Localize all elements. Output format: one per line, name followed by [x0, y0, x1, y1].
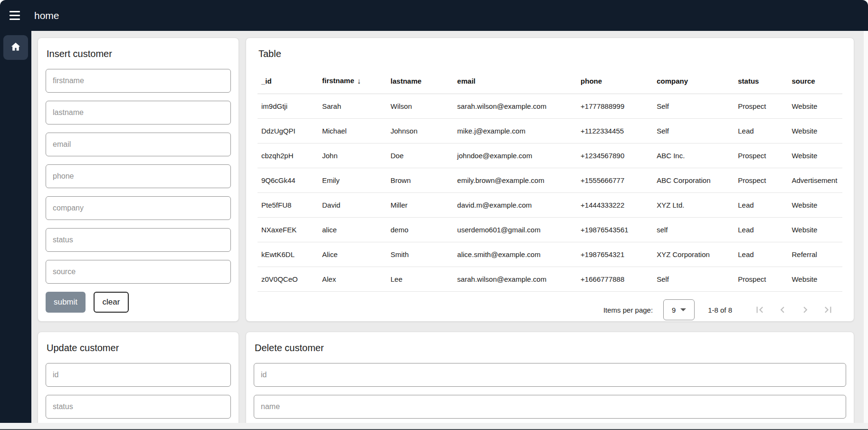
cell-firstname: David	[318, 193, 387, 218]
cell-source: Website	[788, 143, 842, 168]
cell-id: cbzqh2pH	[258, 143, 318, 168]
cell-source: Website	[788, 94, 842, 119]
cell-source: Website	[788, 119, 842, 143]
cell-lastname: Smith	[387, 242, 453, 267]
column-header-company[interactable]: company	[653, 69, 734, 94]
cell-phone: +1234567890	[577, 143, 653, 168]
menu-icon[interactable]	[10, 9, 23, 22]
cell-status: Prospect	[734, 267, 788, 292]
cell-company: ABC Corporation	[653, 168, 734, 193]
table-row[interactable]: 9Q6cGk44 Emily Brown emily.brown@example…	[258, 168, 842, 193]
cell-firstname: John	[318, 143, 387, 168]
topbar: home	[0, 0, 868, 31]
cell-lastname: Lee	[387, 267, 453, 292]
items-per-page-value: 9	[672, 306, 676, 314]
insert-submit-button[interactable]: submit	[46, 292, 86, 313]
column-header-firstname[interactable]: firstname↓	[318, 69, 387, 94]
table-card: Table _id firstname↓ lastname email phon…	[246, 38, 854, 322]
table-row[interactable]: im9dGtji Sarah Wilson sarah.wilson@examp…	[258, 94, 842, 119]
cell-status: Lead	[734, 218, 788, 242]
cell-company: self	[653, 218, 734, 242]
cell-id: NXaxeFEK	[258, 218, 318, 242]
delete-id-field[interactable]	[254, 363, 846, 387]
cell-company: XYZ Corporation	[653, 242, 734, 267]
column-header-phone[interactable]: phone	[577, 69, 653, 94]
email-field[interactable]	[46, 133, 231, 156]
cell-status: Lead	[734, 242, 788, 267]
sidebar-item-home[interactable]	[3, 35, 28, 60]
update-card-title: Update customer	[47, 343, 230, 354]
select-caret-icon	[680, 308, 686, 311]
cell-phone: +19876543561	[577, 218, 653, 242]
vertical-scrollbar[interactable]	[864, 31, 868, 423]
company-field[interactable]	[46, 196, 231, 220]
items-per-page-select[interactable]: 9	[663, 299, 695, 320]
delete-card-title: Delete customer	[255, 343, 845, 354]
table-row[interactable]: DdzUgQPI Michael Johnson mike.j@example.…	[258, 119, 842, 143]
insert-clear-button[interactable]: clear	[94, 292, 129, 313]
phone-field[interactable]	[46, 164, 231, 188]
cell-id: 9Q6cGk44	[258, 168, 318, 193]
delete-customer-card: Delete customer submit clear	[246, 332, 854, 423]
column-header-source[interactable]: source	[788, 69, 842, 94]
delete-name-field[interactable]	[254, 395, 846, 419]
cell-phone: +1444333222	[577, 193, 653, 218]
cell-lastname: demo	[387, 218, 453, 242]
cell-email: sarah.wilson@example.com	[453, 267, 577, 292]
cell-lastname: Johnson	[387, 119, 453, 143]
table-body: im9dGtji Sarah Wilson sarah.wilson@examp…	[258, 94, 842, 292]
first-page-icon[interactable]	[754, 304, 766, 316]
update-id-field[interactable]	[46, 363, 231, 387]
table-row[interactable]: z0V0QCeO Alex Lee sarah.wilson@example.c…	[258, 267, 842, 292]
table-header-row: _id firstname↓ lastname email phone comp…	[258, 69, 842, 94]
cell-status: Prospect	[734, 143, 788, 168]
sort-arrow-down-icon: ↓	[357, 77, 361, 86]
insert-customer-card: Insert customer submit clear	[38, 38, 239, 322]
paginator: Items per page: 9 1-8 of 8	[258, 292, 842, 320]
main-content: Insert customer submit clear Table	[31, 31, 864, 423]
cell-firstname: alice	[318, 218, 387, 242]
column-header-id[interactable]: _id	[258, 69, 318, 94]
column-header-lastname[interactable]: lastname	[387, 69, 453, 94]
insert-card-title: Insert customer	[47, 48, 230, 59]
cell-firstname: Alice	[318, 242, 387, 267]
customers-table: _id firstname↓ lastname email phone comp…	[258, 69, 842, 292]
next-page-icon[interactable]	[799, 304, 811, 316]
app-window: home Insert customer submit clear	[0, 0, 868, 430]
table-row[interactable]: NXaxeFEK alice demo userdemo601@gmail.co…	[258, 218, 842, 242]
last-page-icon[interactable]	[822, 304, 834, 316]
column-header-email[interactable]: email	[453, 69, 577, 94]
cell-email: userdemo601@gmail.com	[453, 218, 577, 242]
cell-email: sarah.wilson@example.com	[453, 94, 577, 119]
cell-id: z0V0QCeO	[258, 267, 318, 292]
previous-page-icon[interactable]	[776, 304, 789, 316]
cell-lastname: Miller	[387, 193, 453, 218]
cell-source: Website	[788, 218, 842, 242]
cell-status: Prospect	[734, 94, 788, 119]
cell-firstname: Sarah	[318, 94, 387, 119]
column-header-status[interactable]: status	[734, 69, 788, 94]
cell-source: Referral	[788, 242, 842, 267]
page-range-label: 1-8 of 8	[708, 306, 732, 314]
cell-phone: +1555666777	[577, 168, 653, 193]
table-row[interactable]: kEwtK6DL Alice Smith alice.smith@example…	[258, 242, 842, 267]
cell-firstname: Michael	[318, 119, 387, 143]
horizontal-scrollbar[interactable]	[0, 423, 868, 429]
lastname-field[interactable]	[46, 101, 231, 124]
cell-phone: +1666777888	[577, 267, 653, 292]
cell-phone: +1122334455	[577, 119, 653, 143]
cell-id: DdzUgQPI	[258, 119, 318, 143]
cell-source: Website	[788, 193, 842, 218]
table-row[interactable]: Pte5fFU8 David Miller david.m@example.co…	[258, 193, 842, 218]
cell-email: david.m@example.com	[453, 193, 577, 218]
update-status-field[interactable]	[46, 395, 231, 419]
table-row[interactable]: cbzqh2pH John Doe johndoe@example.com +1…	[258, 143, 842, 168]
source-field[interactable]	[46, 260, 231, 284]
firstname-field[interactable]	[46, 69, 231, 93]
cell-id: Pte5fFU8	[258, 193, 318, 218]
cell-source: Advertisement	[788, 168, 842, 193]
status-field[interactable]	[46, 228, 231, 252]
page-title: home	[34, 10, 59, 21]
cell-email: alice.smith@example.com	[453, 242, 577, 267]
cell-company: XYZ Ltd.	[653, 193, 734, 218]
